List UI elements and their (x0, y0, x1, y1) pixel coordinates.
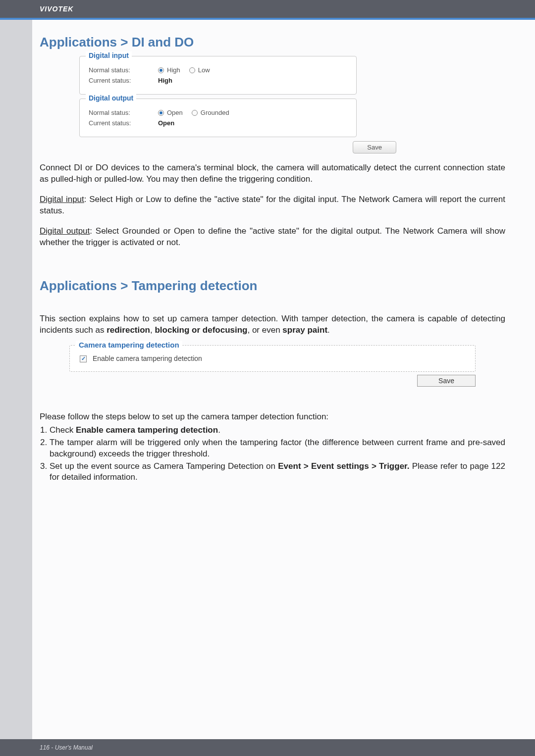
tamper-enable-label: Enable camera tampering detection (93, 354, 202, 362)
tamper-intro-b2: blocking or defocusing (155, 325, 247, 335)
header-divider (0, 18, 535, 20)
step1-prefix: Check (50, 425, 76, 435)
di-do-para3-rest: : Select Grounded or Open to define the … (40, 226, 505, 247)
di-normal-row: Normal status: High Low (89, 66, 347, 74)
digital-output-underline: Digital output (40, 226, 90, 236)
di-do-para1: Connect DI or DO devices to the camera's… (40, 162, 505, 185)
radio-high[interactable] (158, 67, 164, 73)
radio-grounded-label: Grounded (201, 109, 229, 116)
tamper-intro-suffix: . (327, 325, 330, 335)
save-button[interactable]: Save (353, 141, 396, 153)
digital-output-legend: Digital output (86, 94, 136, 102)
tamper-checkbox-row: Enable camera tampering detection (80, 354, 465, 362)
step-3: Set up the event source as Camera Tamper… (50, 461, 505, 484)
page: VIVOTEK Applications > DI and DO Digital… (0, 0, 535, 756)
do-normal-value: Open Grounded (158, 109, 229, 116)
brand-label: VIVOTEK (40, 5, 73, 13)
tamper-intro-b1: redirection (107, 325, 150, 335)
step3-prefix: Set up the event source as Camera Tamper… (50, 461, 278, 471)
section-title-di-do: Applications > DI and DO (40, 35, 505, 50)
step3-bold: Event > Event settings > Trigger. (278, 461, 409, 471)
radio-high-label: High (167, 66, 180, 74)
do-current-value: Open (158, 119, 174, 127)
section-title-tampering: Applications > Tampering detection (40, 278, 505, 294)
radio-grounded[interactable] (192, 110, 198, 116)
di-normal-label: Normal status: (89, 66, 158, 74)
header-bar: VIVOTEK (0, 0, 535, 18)
footer-text: 116 - User's Manual (40, 744, 93, 751)
footer-bar: 116 - User's Manual (0, 739, 535, 756)
do-current-row: Current status: Open (89, 119, 347, 127)
do-normal-label: Normal status: (89, 109, 158, 116)
di-do-para3: Digital output: Select Grounded or Open … (40, 226, 505, 249)
radio-low-label: Low (198, 66, 210, 74)
step-1: Check Enable camera tampering detection. (50, 425, 505, 436)
tamper-intro-b3: spray paint (282, 325, 327, 335)
do-current-label: Current status: (89, 119, 158, 127)
tamper-save-row: Save (40, 375, 476, 387)
do-normal-row: Normal status: Open Grounded (89, 109, 347, 116)
tamper-intro: This section explains how to set up came… (40, 313, 505, 336)
di-do-para2-rest: : Select High or Low to define the "acti… (40, 195, 505, 215)
tamper-save-button[interactable]: Save (417, 375, 476, 387)
digital-output-group: Digital output Normal status: Open Groun… (79, 99, 357, 137)
content-area: Applications > DI and DO Digital input N… (0, 35, 535, 483)
digital-input-legend: Digital input (86, 51, 132, 59)
di-current-label: Current status: (89, 77, 158, 84)
step-2: The tamper alarm will be triggered only … (50, 437, 505, 460)
tamper-legend: Camera tampering detection (76, 341, 182, 349)
radio-open-label: Open (167, 109, 183, 116)
radio-low[interactable] (189, 67, 195, 73)
step1-suffix: . (218, 425, 220, 435)
tamper-group: Camera tampering detection Enable camera… (69, 345, 476, 372)
tamper-intro-m2: , or even (247, 325, 282, 335)
di-current-value: High (158, 77, 172, 84)
tamper-enable-checkbox[interactable] (80, 355, 87, 362)
radio-open[interactable] (158, 110, 164, 116)
digital-input-underline: Digital input (40, 195, 84, 204)
steps-list: Check Enable camera tampering detection.… (50, 425, 505, 484)
step1-bold: Enable camera tampering detection (76, 425, 218, 435)
di-current-row: Current status: High (89, 77, 347, 84)
digital-input-group: Digital input Normal status: High Low Cu… (79, 56, 357, 95)
di-normal-value: High Low (158, 66, 210, 74)
di-do-para2: Digital input: Select High or Low to def… (40, 194, 505, 217)
di-do-save-row: Save (79, 141, 396, 153)
steps-intro: Please follow the steps below to set up … (40, 411, 505, 423)
